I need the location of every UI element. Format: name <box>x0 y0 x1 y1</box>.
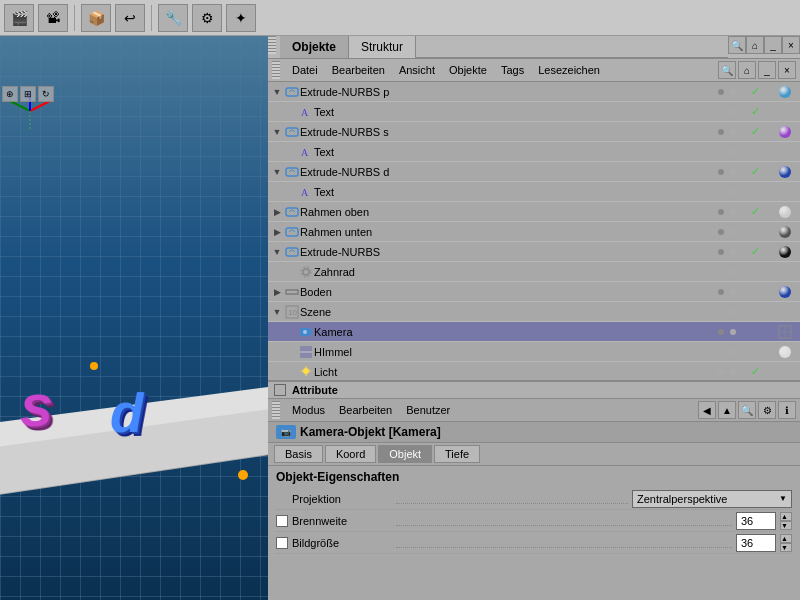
toolbar-icon-1[interactable]: 🎬 <box>4 4 34 32</box>
expand-btn-6[interactable] <box>284 185 298 199</box>
menu-ansicht[interactable]: Ansicht <box>393 62 441 78</box>
expand-btn-14[interactable] <box>284 345 298 359</box>
menu-home-icon[interactable]: ⌂ <box>738 61 756 79</box>
menu-tags[interactable]: Tags <box>495 62 530 78</box>
expand-btn-2[interactable] <box>284 105 298 119</box>
expand-btn-11[interactable]: ▶ <box>270 285 284 299</box>
object-row-9[interactable]: ▼Extrude-NURBS ✓ <box>268 242 800 262</box>
prop-tab-koord[interactable]: Koord <box>325 445 376 463</box>
toolbar-icon-3[interactable]: 📦 <box>81 4 111 32</box>
menu-search-icon[interactable]: 🔍 <box>718 61 736 79</box>
toolbar-icon-4[interactable]: ↩ <box>115 4 145 32</box>
dot1-3[interactable] <box>718 129 724 135</box>
dot2-14[interactable] <box>730 349 736 355</box>
object-row-11[interactable]: ▶Boden <box>268 282 800 302</box>
menu-close-icon[interactable]: × <box>778 61 796 79</box>
dot1-14[interactable] <box>718 349 724 355</box>
prop-num-brennweite[interactable]: 36 <box>736 512 776 530</box>
dot2-6[interactable] <box>730 189 736 195</box>
object-row-3[interactable]: ▼Extrude-NURBS s ✓ <box>268 122 800 142</box>
check-9[interactable]: ✓ <box>740 245 770 258</box>
menu-datei[interactable]: Datei <box>286 62 324 78</box>
dot2-10[interactable] <box>730 269 736 275</box>
dot2-9[interactable] <box>730 249 736 255</box>
dot1-10[interactable] <box>718 269 724 275</box>
toolbar-icon-2[interactable]: 📽 <box>38 4 68 32</box>
toolbar-icon-6[interactable]: ⚙ <box>192 4 222 32</box>
bottom-menu-benutzer[interactable]: Benutzer <box>400 402 456 418</box>
object-row-1[interactable]: ▼Extrude-NURBS p ✓ <box>268 82 800 102</box>
bottom-menu-bearbeiten[interactable]: Bearbeiten <box>333 402 398 418</box>
prop-num-bildgroesse[interactable]: 36 <box>736 534 776 552</box>
tab-minimize-icon[interactable]: _ <box>764 36 782 54</box>
expand-btn-8[interactable]: ▶ <box>270 225 284 239</box>
dot1-15[interactable] <box>718 369 724 375</box>
bnav-info[interactable]: ℹ <box>778 401 796 419</box>
object-row-12[interactable]: ▼10Szene <box>268 302 800 322</box>
toolbar-icon-7[interactable]: ✦ <box>226 4 256 32</box>
dot1-12[interactable] <box>718 309 724 315</box>
dot2-13[interactable] <box>730 329 736 335</box>
dot2-4[interactable] <box>730 149 736 155</box>
object-row-10[interactable]: Zahnrad <box>268 262 800 282</box>
dot1-6[interactable] <box>718 189 724 195</box>
attr-checkbox[interactable] <box>274 384 286 396</box>
prop-arr-dn-bildgroesse[interactable]: ▼ <box>780 543 792 552</box>
expand-btn-10[interactable] <box>284 265 298 279</box>
prop-tab-tiefe[interactable]: Tiefe <box>434 445 480 463</box>
object-row-14[interactable]: HImmel <box>268 342 800 362</box>
dot1-7[interactable] <box>718 209 724 215</box>
dot1-5[interactable] <box>718 169 724 175</box>
expand-btn-4[interactable] <box>284 145 298 159</box>
tab-struktur[interactable]: Struktur <box>349 36 416 58</box>
dot1-1[interactable] <box>718 89 724 95</box>
menu-minimize-icon[interactable]: _ <box>758 61 776 79</box>
expand-btn-12[interactable]: ▼ <box>270 305 284 319</box>
bnav-arrow-up[interactable]: ▲ <box>718 401 736 419</box>
viewport-nav-rotate[interactable]: ↻ <box>38 86 54 102</box>
dot1-8[interactable] <box>718 229 724 235</box>
dot1-9[interactable] <box>718 249 724 255</box>
object-row-15[interactable]: Licht ✓ <box>268 362 800 380</box>
check-3[interactable]: ✓ <box>740 125 770 138</box>
dot1-13[interactable] <box>718 329 724 335</box>
expand-btn-1[interactable]: ▼ <box>270 85 284 99</box>
prop-tab-basis[interactable]: Basis <box>274 445 323 463</box>
dot2-8[interactable] <box>730 229 736 235</box>
bnav-arrow-left[interactable]: ◀ <box>698 401 716 419</box>
object-row-8[interactable]: ▶Rahmen unten <box>268 222 800 242</box>
prop-select-projektion[interactable]: Zentralperspektive ▼ <box>632 490 792 508</box>
dot2-7[interactable] <box>730 209 736 215</box>
bnav-search[interactable]: 🔍 <box>738 401 756 419</box>
prop-arr-dn-brennweite[interactable]: ▼ <box>780 521 792 530</box>
toolbar-icon-5[interactable]: 🔧 <box>158 4 188 32</box>
prop-tab-objekt[interactable]: Objekt <box>378 445 432 463</box>
menu-lesezeichen[interactable]: Lesezeichen <box>532 62 606 78</box>
dot2-15[interactable] <box>730 369 736 375</box>
tab-home-icon[interactable]: ⌂ <box>746 36 764 54</box>
tab-search-icon[interactable]: 🔍 <box>728 36 746 54</box>
prop-arr-up-bildgroesse[interactable]: ▲ <box>780 534 792 543</box>
dot2-2[interactable] <box>730 109 736 115</box>
dot1-4[interactable] <box>718 149 724 155</box>
tab-objekte[interactable]: Objekte <box>280 36 349 58</box>
object-row-5[interactable]: ▼Extrude-NURBS d ✓ <box>268 162 800 182</box>
viewport-nav-zoom[interactable]: ⊞ <box>20 86 36 102</box>
expand-btn-7[interactable]: ▶ <box>270 205 284 219</box>
dot2-12[interactable] <box>730 309 736 315</box>
dot1-11[interactable] <box>718 289 724 295</box>
dot2-5[interactable] <box>730 169 736 175</box>
dot2-11[interactable] <box>730 289 736 295</box>
dot2-1[interactable] <box>730 89 736 95</box>
check-15[interactable]: ✓ <box>740 365 770 378</box>
check-7[interactable]: ✓ <box>740 205 770 218</box>
dot2-3[interactable] <box>730 129 736 135</box>
expand-btn-5[interactable]: ▼ <box>270 165 284 179</box>
check-2[interactable]: ✓ <box>740 105 770 118</box>
object-row-2[interactable]: AText ✓ <box>268 102 800 122</box>
bottom-menu-modus[interactable]: Modus <box>286 402 331 418</box>
object-row-6[interactable]: AText <box>268 182 800 202</box>
dot1-2[interactable] <box>718 109 724 115</box>
expand-btn-13[interactable] <box>284 325 298 339</box>
prop-checkbox-bildgroesse[interactable] <box>276 537 288 549</box>
